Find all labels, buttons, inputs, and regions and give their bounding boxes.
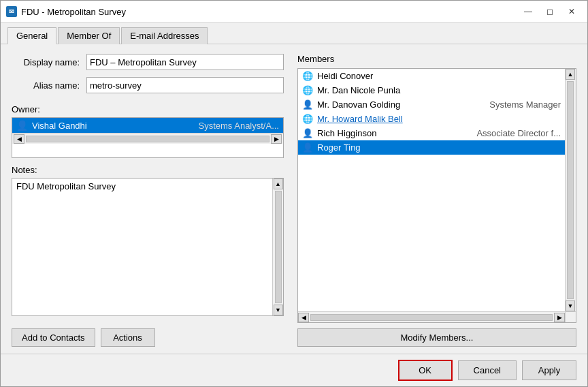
member-role: Associate Director f... [476, 128, 561, 138]
window-controls: — ◻ ✕ [518, 5, 582, 18]
scroll-corner [565, 311, 576, 322]
ok-button[interactable]: OK [398, 360, 453, 381]
member-name: Mr. Danovan Golding [317, 99, 485, 110]
cancel-button[interactable]: Cancel [458, 360, 517, 380]
owner-list: 👤 Vishal Gandhi Systems Analyst/A... ◀ ▶ [12, 117, 284, 158]
globe-icon: 🌐 [302, 71, 313, 81]
members-label: Members [297, 54, 576, 64]
add-to-contacts-button[interactable]: Add to Contacts [12, 328, 95, 347]
notes-vscrollbar: ▲ ▼ [272, 179, 283, 315]
person-icon: 👤 [302, 99, 313, 110]
members-list: 🌐Heidi Conover🌐Mr. Dan Nicole Punla👤Mr. … [298, 69, 565, 322]
members-scroll-left[interactable]: ◀ [298, 313, 309, 322]
alias-name-label: Alias name: [12, 80, 80, 91]
owner-section: Owner: 👤 Vishal Gandhi Systems Analyst/A… [12, 104, 284, 158]
display-name-row: Display name: [12, 54, 284, 70]
action-buttons: Add to Contacts Actions [12, 328, 284, 347]
owner-scroll-track[interactable] [26, 136, 270, 142]
member-item[interactable]: 🌐Mr. Howard Malik Bell [298, 112, 565, 126]
members-vscrollbar: ▲ ▼ [565, 69, 576, 311]
right-panel: Members 🌐Heidi Conover🌐Mr. Dan Nicole Pu… [297, 54, 576, 347]
tab-general[interactable]: General [7, 27, 56, 44]
alias-name-row: Alias name: [12, 77, 284, 93]
member-item[interactable]: 🌐Heidi Conover [298, 69, 565, 83]
owner-item[interactable]: 👤 Vishal Gandhi Systems Analyst/A... [12, 118, 283, 133]
actions-button[interactable]: Actions [101, 328, 155, 347]
window-title: FDU - Metropolitan Survey [21, 7, 518, 17]
owner-hscrollbar: ◀ ▶ [12, 133, 283, 144]
apply-button[interactable]: Apply [522, 360, 576, 380]
display-name-label: Display name: [12, 57, 80, 67]
notes-section: Notes: FDU Metropolitan Survey ▲ ▼ [12, 165, 284, 316]
members-scroll-track-h[interactable] [310, 314, 553, 321]
member-name: Roger Ting [317, 142, 561, 153]
member-item[interactable]: 🌐Mr. Dan Nicole Punla [298, 83, 565, 97]
notes-scroll-up[interactable]: ▲ [274, 179, 283, 189]
alias-name-input[interactable] [86, 77, 284, 93]
member-item[interactable]: 👤Roger Ting [298, 140, 565, 155]
minimize-button[interactable]: — [518, 5, 538, 18]
display-name-input[interactable] [86, 54, 284, 70]
owner-person-icon: 👤 [16, 120, 28, 131]
person-icon: 👤 [302, 128, 313, 138]
owner-scroll-right[interactable]: ▶ [271, 134, 282, 144]
notes-container: FDU Metropolitan Survey ▲ ▼ [12, 178, 284, 316]
title-bar: ✉ FDU - Metropolitan Survey — ◻ ✕ [1, 1, 587, 23]
main-window: ✉ FDU - Metropolitan Survey — ◻ ✕ Genera… [0, 0, 588, 387]
globe-icon: 🌐 [302, 85, 313, 95]
member-name: Mr. Dan Nicole Punla [317, 85, 561, 95]
member-name: Rich Higginson [317, 128, 472, 138]
app-icon: ✉ [6, 6, 17, 17]
member-name: Heidi Conover [317, 71, 561, 81]
member-item[interactable]: 👤Mr. Danovan GoldingSystems Manager [298, 97, 565, 112]
close-button[interactable]: ✕ [561, 5, 582, 18]
restore-button[interactable]: ◻ [540, 5, 560, 18]
person-icon: 👤 [302, 142, 313, 153]
owner-role: Systems Analyst/A... [199, 121, 280, 131]
notes-scroll-down[interactable]: ▼ [274, 305, 283, 315]
notes-content[interactable]: FDU Metropolitan Survey [12, 179, 283, 194]
globe-icon: 🌐 [302, 114, 313, 124]
tab-member-of[interactable]: Member Of [58, 27, 120, 44]
notes-scroll-track[interactable] [275, 191, 282, 303]
members-container: 🌐Heidi Conover🌐Mr. Dan Nicole Punla👤Mr. … [297, 68, 576, 323]
member-name: Mr. Howard Malik Bell [317, 114, 561, 124]
owner-label: Owner: [12, 104, 284, 114]
owner-scroll-left[interactable]: ◀ [14, 134, 24, 144]
member-item[interactable]: 👤Rich HigginsonAssociate Director f... [298, 126, 565, 140]
left-panel: Display name: Alias name: Owner: 👤 Visha… [12, 54, 284, 347]
members-scroll-up[interactable]: ▲ [566, 69, 575, 80]
member-role: Systems Manager [489, 99, 561, 110]
notes-label: Notes: [12, 165, 284, 175]
content-area: Display name: Alias name: Owner: 👤 Visha… [1, 44, 587, 354]
members-scroll-right[interactable]: ▶ [554, 313, 565, 322]
tab-bar: General Member Of E-mail Addresses [1, 23, 587, 44]
members-scroll-down[interactable]: ▼ [566, 300, 575, 311]
owner-name: Vishal Gandhi [32, 121, 195, 131]
tab-email-addresses[interactable]: E-mail Addresses [121, 27, 208, 44]
footer: OK Cancel Apply [1, 354, 587, 386]
modify-members-button[interactable]: Modify Members... [297, 328, 576, 347]
members-hscrollbar: ◀ ▶ [298, 311, 565, 322]
members-scroll-track-v[interactable] [567, 81, 574, 299]
